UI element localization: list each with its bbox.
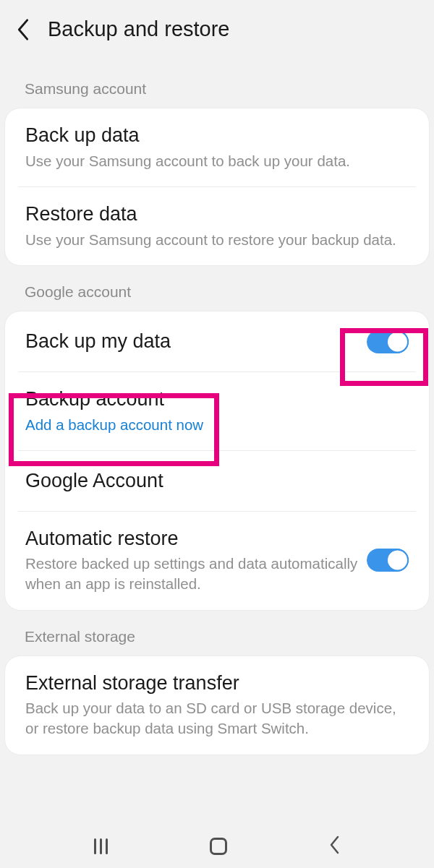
backup-account-sub: Add a backup account now bbox=[25, 415, 409, 435]
section-label-google: Google account bbox=[0, 266, 434, 311]
external-storage-card: External storage transfer Back up your d… bbox=[4, 656, 430, 755]
automatic-restore-sub: Restore backed up settings and data auto… bbox=[25, 554, 358, 593]
restore-data-title: Restore data bbox=[25, 202, 409, 227]
external-transfer-sub: Back up your data to an SD card or USB s… bbox=[25, 698, 409, 738]
automatic-restore-title: Automatic restore bbox=[25, 526, 358, 551]
google-account-row[interactable]: Google Account bbox=[5, 451, 429, 511]
automatic-restore-toggle[interactable] bbox=[367, 549, 409, 572]
toggle-knob bbox=[386, 330, 409, 353]
page-header: Backup and restore bbox=[0, 0, 434, 56]
external-transfer-title: External storage transfer bbox=[25, 671, 409, 696]
nav-home-button[interactable] bbox=[210, 838, 227, 855]
section-label-external: External storage bbox=[0, 611, 434, 656]
toggle-knob bbox=[386, 549, 409, 571]
external-storage-transfer-row[interactable]: External storage transfer Back up your d… bbox=[5, 656, 429, 755]
backup-data-title: Back up data bbox=[25, 123, 409, 148]
backup-my-data-row[interactable]: Back up my data bbox=[5, 311, 429, 371]
backup-account-row[interactable]: Backup account Add a backup account now bbox=[5, 372, 429, 450]
automatic-restore-row[interactable]: Automatic restore Restore backed up sett… bbox=[5, 512, 429, 610]
google-account-card: Back up my data Backup account Add a bac… bbox=[4, 311, 430, 610]
chevron-left-icon bbox=[329, 835, 340, 854]
chevron-left-icon bbox=[16, 18, 30, 41]
backup-my-data-toggle[interactable] bbox=[367, 330, 409, 353]
back-button[interactable] bbox=[16, 18, 48, 41]
section-label-samsung: Samsung account bbox=[0, 56, 434, 108]
backup-my-data-title: Back up my data bbox=[25, 329, 358, 354]
restore-data-row[interactable]: Restore data Use your Samsung account to… bbox=[5, 187, 429, 265]
backup-account-title: Backup account bbox=[25, 387, 409, 412]
nav-recent-button[interactable] bbox=[94, 838, 108, 854]
google-account-title: Google Account bbox=[25, 468, 409, 494]
backup-data-sub: Use your Samsung account to back up your… bbox=[25, 151, 409, 171]
android-navbar bbox=[0, 825, 434, 868]
page-title: Backup and restore bbox=[48, 17, 229, 41]
nav-back-button[interactable] bbox=[329, 835, 340, 857]
samsung-account-card: Back up data Use your Samsung account to… bbox=[4, 108, 430, 266]
restore-data-sub: Use your Samsung account to restore your… bbox=[25, 230, 409, 250]
backup-data-row[interactable]: Back up data Use your Samsung account to… bbox=[5, 108, 429, 186]
